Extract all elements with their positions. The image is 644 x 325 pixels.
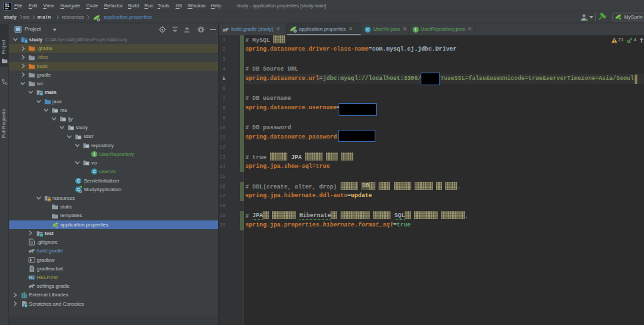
svg-text:C: C: [93, 169, 96, 174]
svg-text:I: I: [415, 27, 417, 32]
svg-text:I: I: [93, 152, 95, 157]
svg-text:C: C: [77, 178, 80, 183]
svg-text:C: C: [365, 27, 369, 32]
